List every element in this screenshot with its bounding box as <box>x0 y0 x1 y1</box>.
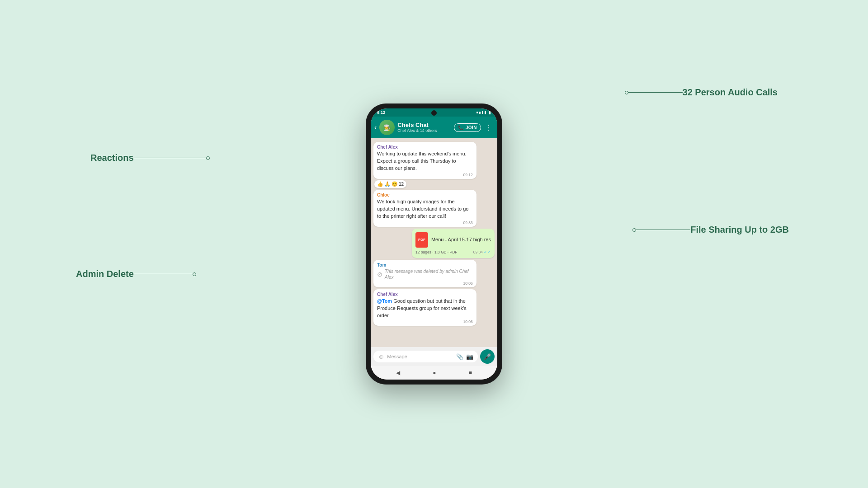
bubble-chef-alex-2: Chef Alex @Tom Good question but put tha… <box>373 289 476 326</box>
msg-footer-3: 12 pages · 1.8 GB · PDF 09:34 ✓✓ <box>415 250 491 254</box>
reaction-smile: 😊 <box>392 181 398 187</box>
audio-calls-dot <box>625 91 628 94</box>
sender-tom: Tom <box>377 263 473 267</box>
reaction-prayer: 🙏 <box>384 181 391 187</box>
msg-time-3: 09:34 <box>473 250 483 254</box>
sender-chef-alex-2: Chef Alex <box>377 292 473 297</box>
phone-device: 9:12 ▮ ‹ 👨‍🍳 Chefs Chat Chef Alex & 14 <box>366 104 502 384</box>
msg-footer-1: 09:12 <box>377 173 473 177</box>
attach-icon[interactable]: 📎 <box>456 353 463 360</box>
file-sharing-dot <box>632 228 636 232</box>
admin-delete-line <box>134 274 193 275</box>
file-sharing-annotation: File Sharing Up to 2GB <box>632 225 789 235</box>
msg-time-2: 09:33 <box>463 221 473 225</box>
recent-nav-button[interactable]: ■ <box>469 370 472 376</box>
audio-calls-label: 32 Person Audio Calls <box>683 87 778 98</box>
phone-notch <box>431 110 437 116</box>
camera-icon[interactable]: 📷 <box>466 353 473 360</box>
sender-chloe: Chloe <box>377 192 473 197</box>
signal-bar-2 <box>479 112 481 114</box>
msg-footer-2: 09:33 <box>377 221 473 225</box>
mic-button[interactable]: 🎤 <box>480 349 495 364</box>
signal-bar-4 <box>485 111 486 114</box>
pdf-bubble: PDF Menu - April 15-17 high res 12 pages… <box>412 229 495 258</box>
group-name: Chefs Chat <box>397 122 451 129</box>
back-nav-button[interactable]: ◀ <box>396 370 400 376</box>
message-input[interactable]: Message <box>387 354 453 359</box>
file-sharing-line <box>636 230 690 230</box>
nav-bar: ◀ ● ■ <box>371 366 497 380</box>
deleted-text: This message was deleted by admin Chef A… <box>385 268 473 281</box>
admin-delete-dot <box>193 272 196 276</box>
message-chef-alex-2: Chef Alex @Tom Good question but put tha… <box>373 289 476 326</box>
message-tom-deleted: Tom ⊘ This message was deleted by admin … <box>373 260 476 287</box>
phone-screen: 9:12 ▮ ‹ 👨‍🍳 Chefs Chat Chef Alex & 14 <box>371 108 497 380</box>
group-avatar: 👨‍🍳 <box>379 120 395 135</box>
back-button[interactable]: ‹ <box>374 124 377 131</box>
audio-calls-line <box>628 92 683 93</box>
msg-ticks-3: ✓✓ <box>484 250 491 254</box>
mention-tom: @Tom <box>377 298 392 304</box>
msg-footer-5: 10:06 <box>377 319 473 324</box>
msg-text-1: Working to update this weekend's menu. E… <box>377 150 473 172</box>
message-chef-alex-1: Chef Alex Working to update this weekend… <box>373 142 476 188</box>
bubble-chef-alex-1: Chef Alex Working to update this weekend… <box>373 142 476 179</box>
mic-icon: 🎤 <box>484 353 491 360</box>
status-time: 9:12 <box>377 110 385 115</box>
file-sharing-label: File Sharing Up to 2GB <box>690 225 789 235</box>
reactions-row: 👍 🙏 😊 12 <box>374 180 476 188</box>
reaction-count: 12 <box>399 182 404 187</box>
phone-icon: 📞 <box>458 125 464 130</box>
admin-delete-annotation: Admin Delete <box>76 269 196 279</box>
reactions-line <box>134 158 206 159</box>
avatar-image: 👨‍🍳 <box>379 120 395 135</box>
home-nav-button[interactable]: ● <box>433 370 436 376</box>
msg-time-1: 09:12 <box>463 173 473 177</box>
pdf-meta: 12 pages · 1.8 GB · PDF <box>415 250 458 254</box>
audio-calls-annotation: 32 Person Audio Calls <box>625 87 778 98</box>
group-sub: Chef Alex & 14 others <box>397 128 451 133</box>
deleted-content: ⊘ This message was deleted by admin Chef… <box>377 268 473 281</box>
bubble-chloe: Chloe We took high quality images for th… <box>373 190 476 227</box>
pdf-header: PDF Menu - April 15-17 high res <box>415 232 491 248</box>
deleted-bubble: Tom ⊘ This message was deleted by admin … <box>373 260 476 287</box>
join-button[interactable]: 📞 JOIN <box>454 123 481 132</box>
msg-footer-4: 10:06 <box>377 281 473 286</box>
message-pdf: PDF Menu - April 15-17 high res 12 pages… <box>412 229 495 258</box>
reaction-bubble[interactable]: 👍 🙏 😊 12 <box>374 180 406 188</box>
chat-area[interactable]: Chef Alex Working to update this weekend… <box>371 138 497 347</box>
deleted-circle-icon: ⊘ <box>377 271 382 278</box>
chat-header: ‹ 👨‍🍳 Chefs Chat Chef Alex & 14 others 📞… <box>371 117 497 138</box>
reaction-thumbs-up: 👍 <box>377 181 383 187</box>
emoji-icon[interactable]: ☺ <box>378 353 384 360</box>
msg-text-5: @Tom Good question but put that in the P… <box>377 298 473 319</box>
more-options-button[interactable]: ⋮ <box>484 123 494 132</box>
admin-delete-label: Admin Delete <box>76 269 134 279</box>
header-info[interactable]: Chefs Chat Chef Alex & 14 others <box>397 122 451 133</box>
reactions-label: Reactions <box>90 153 134 163</box>
msg-text-2: We took high quality images for the upda… <box>377 198 473 220</box>
phone-wrapper: 9:12 ▮ ‹ 👨‍🍳 Chefs Chat Chef Alex & 14 <box>366 104 502 384</box>
input-bar: ☺ Message 📎 📷 🎤 <box>371 347 497 366</box>
battery-icon: ▮ <box>489 110 491 115</box>
msg-time-5: 10:06 <box>463 319 473 324</box>
reactions-dot <box>206 156 210 160</box>
input-field[interactable]: ☺ Message 📎 📷 <box>373 351 478 362</box>
signal-bar-1 <box>476 112 478 113</box>
msg-time-4: 10:06 <box>463 281 473 286</box>
signal-bar-3 <box>482 111 483 114</box>
sender-chef-alex: Chef Alex <box>377 145 473 150</box>
status-icons: ▮ <box>476 110 491 115</box>
pdf-name: Menu - April 15-17 high res <box>431 236 491 243</box>
message-chloe: Chloe We took high quality images for th… <box>373 190 476 227</box>
reactions-annotation: Reactions <box>90 153 210 163</box>
pdf-icon: PDF <box>415 232 428 248</box>
